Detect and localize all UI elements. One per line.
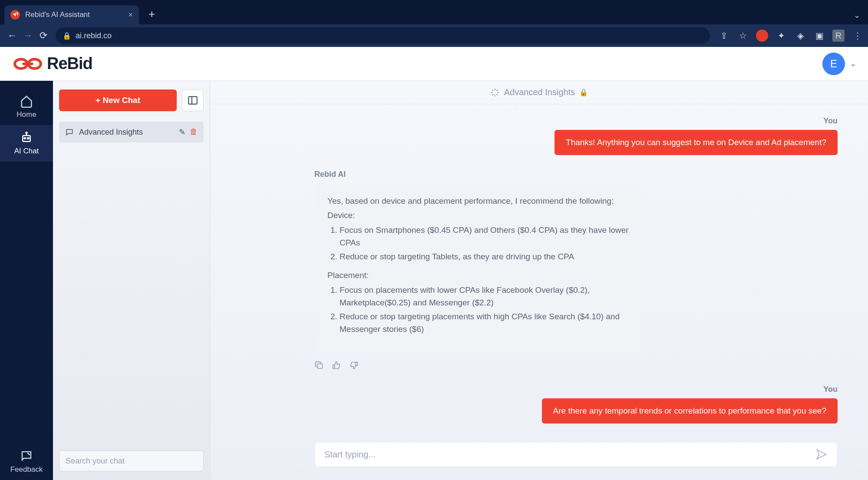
svg-point-4 (24, 138, 26, 139)
brand-name: ReBid (47, 54, 92, 73)
panel-icon (187, 95, 198, 106)
placement-point-2: Reduce or stop targeting placements with… (340, 310, 631, 336)
user-menu-caret-icon[interactable]: ⌄ (850, 60, 856, 68)
user-message: Thanks! Anything you can suggest to me o… (554, 130, 838, 155)
svg-point-7 (26, 132, 27, 133)
feedback-icon (20, 450, 33, 463)
device-heading: Device: (327, 209, 631, 222)
reload-button[interactable]: ⟳ (36, 28, 51, 43)
tabs-dropdown-icon[interactable]: ⌄ (854, 10, 860, 20)
browser-tab-strip: Rebid's AI Assistant × + ⌄ (0, 0, 868, 24)
app-header: ReBid E ⌄ (0, 47, 868, 81)
svg-point-5 (27, 138, 29, 139)
chat-title-bar: Advanced Insights 🔒 (210, 81, 868, 104)
nav-rail: Home AI Chat Feedback (0, 81, 53, 480)
sender-label-you: You (314, 385, 838, 394)
thumbs-down-icon[interactable] (349, 361, 359, 370)
browser-toolbar: ← → ⟳ 🔒 ai.rebid.co ⇪ ☆ ✦ ◈ ▣ R ⋮ (0, 24, 868, 47)
placement-heading: Placement: (327, 269, 631, 281)
kebab-menu-icon[interactable]: ⋮ (851, 30, 864, 42)
ai-message-actions (314, 361, 838, 370)
extensions-puzzle-icon[interactable]: ✦ (775, 30, 787, 42)
forward-button[interactable]: → (20, 28, 36, 43)
tag-icon[interactable]: ◈ (794, 30, 806, 42)
device-point-2: Reduce or stop targeting Tablets, as the… (340, 250, 631, 263)
user-message: Are there any temporal trends or correla… (542, 398, 838, 424)
placement-point-1: Focus on placements with lower CPAs like… (340, 284, 631, 309)
svg-rect-10 (317, 364, 322, 369)
nav-ai-chat-label: AI Chat (14, 147, 39, 156)
chat-history-title: Advanced Insights (79, 128, 143, 137)
composer-box[interactable] (314, 442, 838, 467)
thumbs-up-icon[interactable] (332, 361, 341, 370)
chat-title-text: Advanced Insights (504, 87, 575, 97)
tab-title: Rebid's AI Assistant (25, 10, 90, 19)
sparkle-icon (490, 88, 500, 97)
collapse-sidebar-button[interactable] (182, 89, 204, 111)
tab-favicon (10, 10, 20, 20)
nav-home[interactable]: Home (0, 89, 53, 125)
tab-close-icon[interactable]: × (128, 10, 133, 20)
title-lock-icon: 🔒 (579, 88, 588, 96)
sender-label-ai: Rebid AI (314, 170, 838, 179)
send-button[interactable] (815, 448, 828, 460)
search-chat-input[interactable] (59, 450, 204, 471)
home-icon (20, 95, 33, 108)
svg-rect-8 (188, 96, 197, 104)
brand-logo[interactable]: ReBid (12, 54, 92, 73)
address-bar[interactable]: 🔒 ai.rebid.co (56, 27, 710, 44)
share-icon[interactable]: ⇪ (718, 30, 730, 42)
send-icon (815, 448, 828, 460)
nav-home-label: Home (17, 110, 36, 119)
robot-icon (20, 131, 33, 144)
chat-sidebar: + New Chat Advanced Insights ✎ 🗑 (53, 81, 210, 480)
sender-label-you: You (314, 116, 838, 126)
browser-tab[interactable]: Rebid's AI Assistant × (4, 5, 139, 24)
nav-feedback-label: Feedback (10, 465, 43, 474)
lock-icon: 🔒 (63, 32, 71, 40)
user-avatar[interactable]: E (822, 53, 845, 75)
delete-chat-icon[interactable]: 🗑 (190, 127, 198, 137)
message-input[interactable] (324, 450, 815, 460)
composer (210, 442, 868, 480)
device-point-1: Focus on Smartphones ($0.45 CPA) and Oth… (340, 224, 631, 249)
ai-message: Yes, based on device and placement perfo… (314, 183, 644, 353)
profile-badge[interactable]: R (832, 30, 845, 42)
ai-intro: Yes, based on device and placement perfo… (327, 195, 631, 207)
back-button[interactable]: ← (4, 28, 20, 43)
new-tab-button[interactable]: + (149, 7, 155, 21)
bookmark-star-icon[interactable]: ☆ (737, 30, 749, 42)
url-text: ai.rebid.co (76, 31, 112, 40)
rebid-extension-icon[interactable] (756, 30, 768, 42)
nav-feedback[interactable]: Feedback (0, 444, 53, 480)
chat-history-item[interactable]: Advanced Insights ✎ 🗑 (59, 122, 204, 142)
chat-bubble-icon (65, 128, 74, 136)
edit-chat-icon[interactable]: ✎ (179, 127, 185, 137)
nav-ai-chat[interactable]: AI Chat (0, 125, 53, 162)
chain-link-icon (12, 56, 43, 72)
new-chat-button[interactable]: + New Chat (59, 89, 177, 111)
message-list[interactable]: You Thanks! Anything you can suggest to … (210, 104, 868, 442)
chat-main: Advanced Insights 🔒 You Thanks! Anything… (210, 81, 868, 480)
copy-icon[interactable] (314, 361, 324, 370)
side-panel-icon[interactable]: ▣ (813, 30, 825, 42)
